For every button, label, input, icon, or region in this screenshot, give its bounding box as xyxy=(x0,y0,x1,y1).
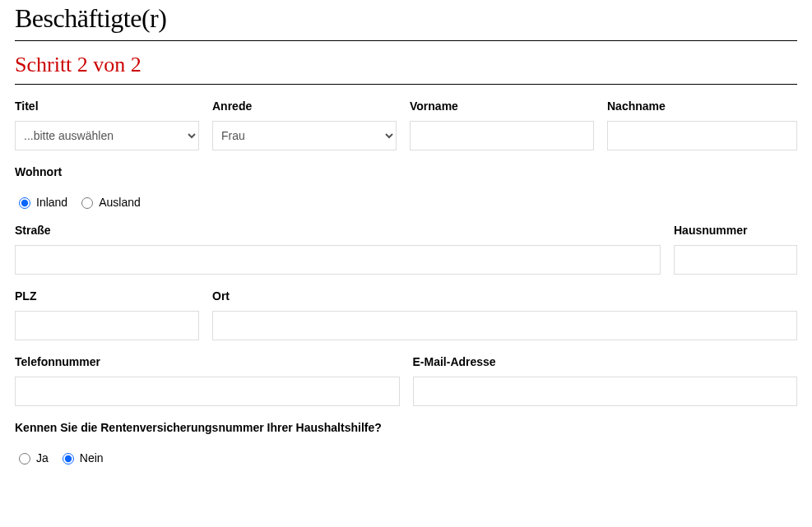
field-vorname: Vorname xyxy=(410,99,594,150)
label-email: E-Mail-Adresse xyxy=(413,355,798,368)
label-strasse: Straße xyxy=(15,224,661,237)
radio-nein[interactable] xyxy=(63,453,74,465)
radio-label-ausland: Ausland xyxy=(99,196,141,209)
select-titel[interactable]: ...bitte auswählen xyxy=(15,121,199,150)
label-ort: Ort xyxy=(212,289,797,303)
input-plz[interactable] xyxy=(15,311,199,340)
field-plz: PLZ xyxy=(15,289,199,340)
field-anrede: Anrede Frau xyxy=(212,99,397,150)
radio-label-ja: Ja xyxy=(36,451,49,465)
input-strasse[interactable] xyxy=(15,245,661,275)
input-ort[interactable] xyxy=(212,311,797,340)
label-hausnummer: Hausnummer xyxy=(674,224,797,237)
label-wohnort: Wohnort xyxy=(15,165,141,178)
step-heading: Schritt 2 von 2 xyxy=(15,53,797,77)
divider xyxy=(15,84,797,85)
label-titel: Titel xyxy=(15,99,199,113)
field-email: E-Mail-Adresse xyxy=(413,355,798,406)
input-vorname[interactable] xyxy=(410,121,594,150)
radio-item-ausland[interactable]: Ausland xyxy=(77,195,141,209)
radio-item-ja[interactable]: Ja xyxy=(15,451,49,465)
radio-ja[interactable] xyxy=(19,453,30,465)
input-nachname[interactable] xyxy=(607,121,797,150)
field-titel: Titel ...bitte auswählen xyxy=(15,99,199,150)
row-rv-frage: Kennen Sie die Rentenversicherungsnummer… xyxy=(15,421,797,465)
row-plz-ort: PLZ Ort xyxy=(15,289,797,340)
input-hausnummer[interactable] xyxy=(674,245,797,275)
row-identity: Titel ...bitte auswählen Anrede Frau Vor… xyxy=(15,99,797,150)
divider xyxy=(15,40,797,41)
row-wohnort: Wohnort Inland Ausland xyxy=(15,165,797,209)
label-anrede: Anrede xyxy=(212,99,397,113)
field-ort: Ort xyxy=(212,289,797,340)
radio-label-inland: Inland xyxy=(36,196,67,209)
radio-inland[interactable] xyxy=(19,197,30,209)
field-strasse: Straße xyxy=(15,224,661,275)
label-rv-frage: Kennen Sie die Rentenversicherungsnummer… xyxy=(15,421,382,434)
radio-label-nein: Nein xyxy=(80,451,104,465)
label-vorname: Vorname xyxy=(410,99,594,113)
radio-group-rv: Ja Nein xyxy=(15,451,382,465)
radio-item-nein[interactable]: Nein xyxy=(58,451,104,465)
label-nachname: Nachname xyxy=(607,99,797,113)
radio-item-inland[interactable]: Inland xyxy=(15,195,67,209)
field-rv-frage: Kennen Sie die Rentenversicherungsnummer… xyxy=(15,421,382,465)
field-hausnummer: Hausnummer xyxy=(674,224,797,275)
row-contact: Telefonnummer E-Mail-Adresse xyxy=(15,355,797,406)
radio-ausland[interactable] xyxy=(81,197,93,209)
label-plz: PLZ xyxy=(15,289,199,303)
input-email[interactable] xyxy=(413,377,798,406)
field-wohnort: Wohnort Inland Ausland xyxy=(15,165,141,209)
field-nachname: Nachname xyxy=(607,99,797,150)
row-strasse: Straße Hausnummer xyxy=(15,224,797,275)
field-telefon: Telefonnummer xyxy=(15,355,400,406)
select-anrede[interactable]: Frau xyxy=(212,121,397,150)
radio-group-wohnort: Inland Ausland xyxy=(15,195,141,209)
page-heading: Beschäftigte(r) xyxy=(15,3,797,34)
input-telefon[interactable] xyxy=(15,377,400,406)
label-telefon: Telefonnummer xyxy=(15,355,400,368)
